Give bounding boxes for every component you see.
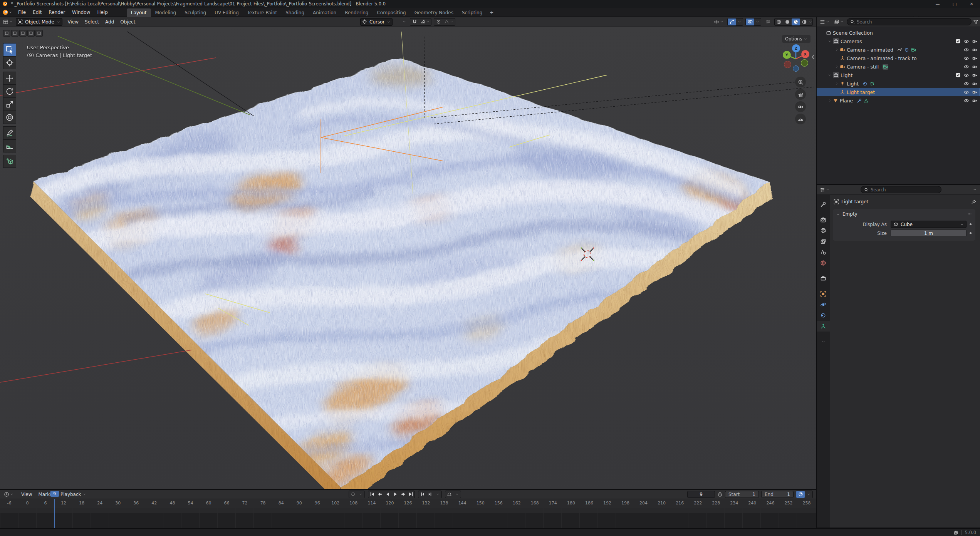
- outliner-row-light[interactable]: Light: [817, 71, 980, 79]
- display-as-dropdown[interactable]: Cube: [891, 221, 967, 228]
- editor-type-button[interactable]: [2, 18, 14, 26]
- snap-to-dropdown[interactable]: [419, 18, 431, 26]
- auto-keying-toggle[interactable]: [349, 491, 357, 498]
- playhead-line[interactable]: [54, 499, 55, 528]
- properties-tabs-overflow[interactable]: [817, 336, 830, 347]
- hide-in-viewport-icon[interactable]: [963, 64, 969, 70]
- proportional-editing-toggle[interactable]: [434, 18, 443, 25]
- outliner-row-light[interactable]: Light: [817, 79, 980, 88]
- shading-solid-button[interactable]: [783, 18, 792, 25]
- gizmo-x-axis[interactable]: X: [801, 50, 809, 58]
- outliner-display-mode-button[interactable]: [832, 18, 845, 26]
- maximize-button[interactable]: ▢: [946, 0, 963, 8]
- properties-tab-render[interactable]: [817, 214, 830, 225]
- tool-transform-button[interactable]: [3, 111, 16, 124]
- shading-material-preview-button[interactable]: [792, 18, 800, 25]
- expander-icon[interactable]: [827, 39, 833, 43]
- jump-end-button[interactable]: [407, 491, 414, 498]
- play-button[interactable]: [391, 491, 399, 498]
- panel-grip-icon[interactable]: [967, 211, 972, 217]
- disable-in-renders-icon[interactable]: [972, 72, 978, 78]
- tool-add-cube-button[interactable]: [3, 155, 16, 168]
- properties-tab-collection[interactable]: [817, 273, 830, 284]
- workspace-tab-shading[interactable]: Shading: [281, 8, 309, 17]
- tool-measure-button[interactable]: [3, 139, 16, 152]
- step-forward-button[interactable]: [426, 491, 434, 498]
- tool-cursor-button[interactable]: [3, 56, 16, 69]
- outliner-row-camera-still[interactable]: Camera - still: [817, 62, 980, 71]
- shading-dropdown-icon[interactable]: [809, 20, 812, 24]
- outliner-row-scene-collection[interactable]: Scene Collection: [817, 28, 980, 37]
- playhead-badge[interactable]: 9: [50, 491, 59, 497]
- menu-file[interactable]: File: [15, 8, 29, 16]
- mode-dropdown[interactable]: Object Mode: [16, 18, 62, 26]
- overlays-dropdown[interactable]: [754, 18, 761, 26]
- timeline-menu-view[interactable]: View: [18, 491, 35, 498]
- properties-search-input[interactable]: [871, 187, 938, 193]
- properties-editor-type-button[interactable]: [818, 186, 831, 194]
- properties-tab-tool[interactable]: [817, 199, 830, 210]
- shading-wireframe-button[interactable]: [775, 18, 783, 25]
- collection-checkbox-icon[interactable]: [955, 72, 961, 78]
- disable-in-renders-icon[interactable]: [972, 64, 978, 70]
- timeline-ruler[interactable]: -606121824303642485460667278849096102108…: [0, 499, 816, 508]
- menu-help[interactable]: Help: [94, 8, 111, 16]
- workspace-tab-compositing[interactable]: Compositing: [373, 8, 410, 17]
- app-menu-button[interactable]: [0, 9, 15, 15]
- disable-in-renders-icon[interactable]: [972, 89, 978, 95]
- stopwatch-icon[interactable]: [717, 492, 723, 497]
- xray-toggle[interactable]: [764, 18, 772, 25]
- viewport-menu-object[interactable]: Object: [117, 18, 138, 26]
- workspace-tab-rendering[interactable]: Rendering: [341, 8, 373, 17]
- workspace-tab-scripting[interactable]: Scripting: [458, 8, 487, 17]
- tool-annotate-button[interactable]: [3, 126, 16, 139]
- options-button[interactable]: Options: [782, 35, 811, 43]
- workspace-tab-layout[interactable]: Layout: [127, 8, 151, 17]
- select-mode-extend[interactable]: [11, 30, 18, 37]
- animate-dot[interactable]: [970, 223, 972, 225]
- viewport-menu-add[interactable]: Add: [102, 18, 117, 26]
- size-slider[interactable]: 1 m: [891, 229, 967, 237]
- hide-in-viewport-icon[interactable]: [963, 47, 969, 53]
- object-visibility-dropdown[interactable]: [712, 18, 725, 26]
- outliner-editor-type-button[interactable]: [818, 18, 831, 26]
- terrain-canvas[interactable]: [0, 27, 816, 489]
- gizmo-y-axis[interactable]: Y: [783, 51, 791, 59]
- expander-icon[interactable]: [827, 73, 833, 77]
- disable-in-renders-icon[interactable]: [972, 81, 978, 87]
- select-mode-invert[interactable]: [27, 30, 35, 37]
- workspace-tab-animation[interactable]: Animation: [309, 8, 341, 17]
- pin-icon[interactable]: [971, 199, 976, 204]
- tool-move-button[interactable]: [3, 72, 16, 85]
- properties-tab-object[interactable]: [817, 288, 830, 299]
- gizmo-neg-x-axis[interactable]: [784, 61, 791, 68]
- playback-sync-toggle[interactable]: [796, 491, 805, 498]
- sync-dropdown[interactable]: [805, 491, 812, 498]
- outliner-row-plane[interactable]: Plane: [817, 96, 980, 105]
- properties-search[interactable]: [861, 186, 941, 193]
- properties-tab-object-data[interactable]: [817, 321, 830, 332]
- region-collapse-arrow[interactable]: ❮: [811, 54, 815, 59]
- navigation-gizmo[interactable]: Z Y X: [780, 43, 812, 75]
- properties-tab-constraints[interactable]: [817, 310, 830, 321]
- hide-in-viewport-icon[interactable]: [963, 98, 969, 104]
- disable-in-renders-icon[interactable]: [972, 98, 978, 104]
- disable-in-renders-icon[interactable]: [972, 55, 978, 61]
- timeline-tracks[interactable]: [0, 508, 816, 528]
- viewport-menu-view[interactable]: View: [65, 18, 82, 26]
- jump-start-button[interactable]: [368, 491, 376, 498]
- outliner-search[interactable]: [847, 18, 972, 25]
- gizmo-z-axis[interactable]: Z: [792, 44, 800, 52]
- collection-checkbox-icon[interactable]: [955, 39, 961, 44]
- nav-toggle-ortho-button[interactable]: [795, 114, 806, 124]
- properties-tab-view-layer[interactable]: [817, 236, 830, 247]
- workspace-tab-uv-editing[interactable]: UV Editing: [210, 8, 243, 17]
- add-workspace-button[interactable]: +: [487, 8, 497, 17]
- outliner-search-input[interactable]: [857, 19, 968, 25]
- shading-rendered-button[interactable]: [800, 18, 809, 25]
- preview-range-dropdown[interactable]: [453, 491, 461, 498]
- outliner-row-camera-animated[interactable]: Camera - animated: [817, 45, 980, 54]
- gizmo-neg-y-axis[interactable]: [801, 59, 808, 67]
- prev-keyframe-button[interactable]: [376, 491, 384, 498]
- outliner-row-camera-animated-track-to[interactable]: Camera - animated - track to: [817, 54, 980, 62]
